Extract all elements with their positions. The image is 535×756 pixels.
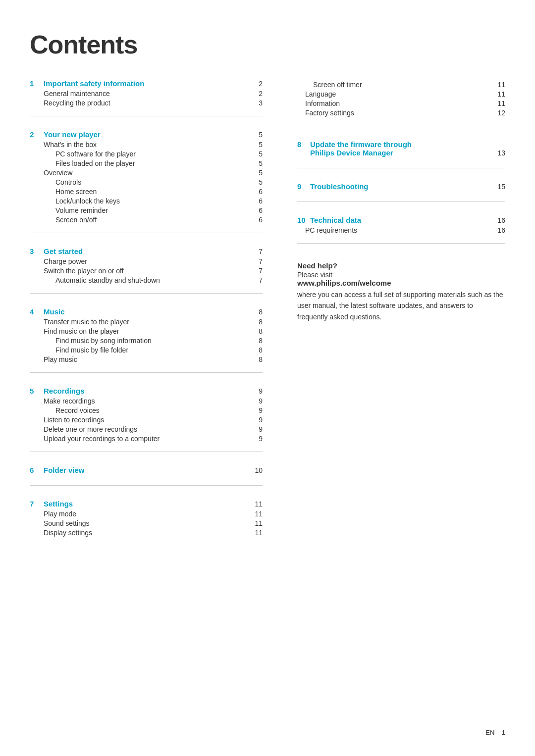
section-4: 4Music8Transfer music to the player8Find… [30, 307, 263, 373]
section-page-2: 5 [253, 131, 263, 139]
item-page: 12 [497, 109, 505, 117]
list-item: Automatic standby and shut-down7 [30, 276, 263, 284]
page-title: Contents [30, 30, 505, 59]
item-page: 5 [253, 141, 263, 149]
section-5: 5Recordings9Make recordings9Record voice… [30, 387, 263, 452]
item-page: 3 [253, 99, 263, 107]
list-item: Home screen6 [30, 188, 263, 196]
left-column: 1Important safety information2General ma… [30, 79, 263, 559]
need-help-visit: Please visit [297, 271, 505, 279]
list-item: Recycling the product3 [30, 99, 263, 107]
section-number-2: 2 [30, 130, 40, 139]
item-label: Sound settings [30, 519, 90, 527]
list-item: PC software for the player5 [30, 150, 263, 158]
section-page-1: 2 [253, 80, 263, 88]
section-number-10: 10 [297, 216, 308, 224]
list-item: Record voices9 [30, 406, 263, 414]
item-page: 5 [253, 178, 263, 186]
item-page: 8 [253, 355, 263, 363]
list-item: Switch the player on or off7 [30, 267, 263, 275]
item-label: PC software for the player [30, 150, 136, 158]
item-label: Lock/unlock the keys [30, 197, 120, 205]
section-number-3: 3 [30, 247, 40, 255]
list-item: Play mode11 [30, 510, 263, 518]
item-label: Automatic standby and shut-down [30, 276, 160, 284]
item-label: Find music by song information [30, 337, 152, 345]
section-1: 1Important safety information2General ma… [30, 79, 263, 116]
section-3: 3Get started7Charge power7Switch the pla… [30, 247, 263, 294]
list-item: Language11 [297, 90, 505, 98]
item-page: 6 [253, 206, 263, 214]
section-page-4: 8 [253, 308, 263, 316]
need-help-desc: where you can access a full set of suppo… [297, 289, 505, 322]
item-page: 9 [253, 406, 263, 414]
item-page: 16 [497, 226, 505, 234]
section-2: 2Your new player5What's in the box5PC so… [30, 130, 263, 233]
item-label: Screen off timer [297, 81, 362, 89]
section-number-8: 8 [297, 140, 308, 149]
item-label: Overview [30, 169, 72, 177]
item-label: Transfer music to the player [30, 318, 129, 326]
need-help-title: Need help? [297, 261, 505, 270]
section-page-5: 9 [253, 387, 263, 395]
list-item: Find music by song information8 [30, 337, 263, 345]
right-column: Screen off timer11Language11Information1… [282, 79, 505, 559]
item-page: 11 [253, 510, 263, 518]
item-page: 6 [253, 197, 263, 205]
item-label: Home screen [30, 188, 97, 196]
item-label: PC requirements [297, 226, 357, 234]
item-page: 9 [253, 416, 263, 424]
section-6: 6Folder view10 [30, 466, 263, 486]
item-label: Information [297, 100, 340, 107]
section-number-7: 7 [30, 500, 40, 508]
section-8: 8Update the firmware through Philips Dev… [297, 140, 505, 168]
list-item: Information11 [297, 100, 505, 107]
list-item: Overview5 [30, 169, 263, 177]
section-title-10: Technical data [310, 216, 493, 224]
section-page-6: 10 [253, 466, 263, 474]
list-item: Upload your recordings to a computer9 [30, 435, 263, 443]
section-title-3: Get started [44, 247, 253, 255]
item-page: 2 [253, 90, 263, 98]
item-label: Play music [30, 355, 77, 363]
list-item: Play music8 [30, 355, 263, 363]
section-number-9: 9 [297, 182, 308, 191]
item-label: Recycling the product [30, 99, 110, 107]
list-item: Files loaded on the player5 [30, 159, 263, 167]
section-title-9: Troubleshooting [310, 182, 493, 191]
section-title-2: Your new player [44, 130, 253, 139]
item-page: 5 [253, 150, 263, 158]
list-item: Controls5 [30, 178, 263, 186]
list-item: Find music by file folder8 [30, 346, 263, 354]
item-page: 5 [253, 169, 263, 177]
list-item: Charge power7 [30, 257, 263, 265]
item-label: Controls [30, 178, 81, 186]
item-page: 8 [253, 327, 263, 335]
list-item: Listen to recordings9 [30, 416, 263, 424]
list-item: PC requirements16 [297, 226, 505, 234]
item-page: 7 [253, 257, 263, 265]
item-page: 6 [253, 216, 263, 224]
item-page: 11 [253, 519, 263, 527]
section-7-continued: Screen off timer11Language11Information1… [297, 81, 505, 126]
list-item: What's in the box5 [30, 141, 263, 149]
section-10: 10Technical data16PC requirements16 [297, 216, 505, 244]
item-page: 5 [253, 159, 263, 167]
list-item: General maintenance2 [30, 90, 263, 98]
need-help-section: Need help?Please visitwww.philips.com/we… [297, 261, 505, 322]
item-label: Volume reminder [30, 206, 108, 214]
item-label: Files loaded on the player [30, 159, 135, 167]
item-label: Switch the player on or off [30, 267, 124, 275]
section-9: 9Troubleshooting15 [297, 182, 505, 202]
section-title-6: Folder view [44, 466, 253, 474]
section-number-4: 4 [30, 307, 40, 316]
item-label: Language [297, 90, 336, 98]
list-item: Screen off timer11 [297, 81, 505, 89]
list-item: Transfer music to the player8 [30, 318, 263, 326]
item-label: What's in the box [30, 141, 97, 149]
item-label: Find music on the player [30, 327, 119, 335]
item-label: General maintenance [30, 90, 110, 98]
item-label: Record voices [30, 406, 100, 414]
section-title-8: Update the firmware through Philips Devi… [310, 140, 493, 157]
section-number-5: 5 [30, 387, 40, 395]
